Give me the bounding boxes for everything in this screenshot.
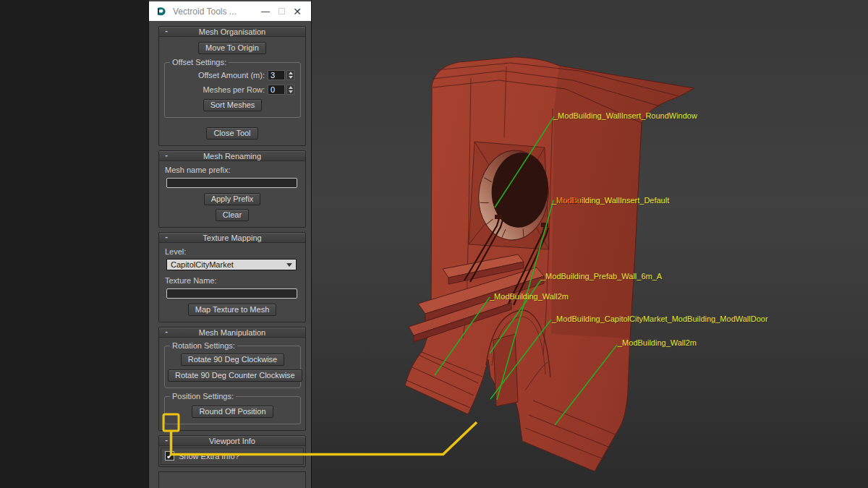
position-settings-label: Position Settings: xyxy=(170,392,236,401)
collapse-icon[interactable]: - xyxy=(162,234,171,241)
viewport-label-wall2m-upper: _ModBuilding_Wall2m xyxy=(490,292,569,301)
spinner-up-icon[interactable] xyxy=(289,86,293,89)
texture-name-input[interactable] xyxy=(166,288,297,299)
viewport-3d xyxy=(0,0,868,488)
offset-amount-field[interactable]: 3 xyxy=(268,70,285,80)
level-label: Level: xyxy=(165,247,305,256)
maximize-icon xyxy=(278,8,285,14)
app-icon xyxy=(156,6,167,17)
window-titlebar[interactable]: Vectroid Tools ... — ✕ xyxy=(149,1,311,21)
sort-meshes-button[interactable]: Sort Meshes xyxy=(203,99,263,111)
rollout-title: Texture Mapping xyxy=(203,234,261,242)
viewport-label-overlap-red: ModBu xyxy=(557,196,582,205)
minimize-button[interactable]: — xyxy=(258,7,273,17)
rollout-mesh-renaming: - Mesh Renaming Mesh name prefix: Apply … xyxy=(158,150,306,228)
rollout-header-texture-mapping[interactable]: - Texture Mapping xyxy=(159,233,305,243)
viewport-info-content: ✔ Show Extra Info? xyxy=(161,448,304,465)
show-extra-info-checkbox[interactable]: ✔ xyxy=(165,451,174,461)
rollout-texture-mapping: - Texture Mapping Level: CapitolCityMark… xyxy=(158,232,306,322)
collapse-icon[interactable]: - xyxy=(162,27,171,35)
rotate-90-clockwise-button[interactable]: Rotate 90 Deg Clockwise xyxy=(181,354,285,366)
apply-prefix-button[interactable]: Apply Prefix xyxy=(204,193,261,205)
offset-settings-label: Offset Settings: xyxy=(170,58,229,67)
window-title: Vectroid Tools ... xyxy=(173,7,258,17)
show-extra-info-label: Show Extra Info? xyxy=(179,452,239,461)
screen: _ModBuilding_WallInsert_RoundWindow _Mod… xyxy=(0,0,868,488)
mesh-name-prefix-input[interactable] xyxy=(166,178,297,188)
rollout-header-mesh-renaming[interactable]: - Mesh Renaming xyxy=(159,151,305,161)
empty-rollout-area xyxy=(158,471,306,488)
viewport-label-roundwindow: _ModBuilding_WallInsert_RoundWindow xyxy=(553,111,697,120)
rotate-90-counter-clockwise-button[interactable]: Rotate 90 Deg Counter Clockwise xyxy=(168,369,302,382)
texture-name-label: Texture Name: xyxy=(165,276,305,285)
rollout-viewport-info: - Viewport Info ✔ Show Extra Info? xyxy=(158,435,306,467)
rollout-header-mesh-manipulation[interactable]: - Mesh Manipulation xyxy=(159,328,305,338)
offset-amount-label: Offset Amount (m): xyxy=(198,71,265,80)
rotation-settings-label: Rotation Settings: xyxy=(170,341,237,350)
viewport-label-wall2m-lower: _ModBuilding_Wall2m xyxy=(618,338,697,347)
rotation-settings-group: Rotation Settings: Rotate 90 Deg Clockwi… xyxy=(164,346,301,388)
spinner-up-icon[interactable] xyxy=(289,72,293,74)
collapse-icon[interactable]: - xyxy=(162,152,171,160)
offset-amount-spinner[interactable] xyxy=(286,70,294,80)
spinner-down-icon[interactable] xyxy=(289,90,293,93)
viewport-label-prefab-wall: _ModBuilding_Prefab_Wall_6m_A xyxy=(541,272,662,281)
rod-hook xyxy=(495,215,502,219)
rollout-title: Mesh Organisation xyxy=(199,27,265,36)
meshes-per-row-field[interactable]: 0 xyxy=(268,85,285,95)
map-texture-to-mesh-button[interactable]: Map Texture to Mesh xyxy=(188,304,277,316)
rollout-header-mesh-organisation[interactable]: - Mesh Organisation xyxy=(159,27,305,37)
close-tool-button[interactable]: Close Tool xyxy=(206,127,258,140)
round-off-position-button[interactable]: Round Off Position xyxy=(192,406,273,418)
rollout-header-viewport-info[interactable]: - Viewport Info xyxy=(159,436,305,446)
level-dropdown-value: CapitolCityMarket xyxy=(171,260,234,269)
collapse-icon[interactable]: - xyxy=(162,437,171,445)
collapse-icon[interactable]: - xyxy=(162,328,171,336)
rollout-mesh-organisation: - Mesh Organisation Move To Origin Offse… xyxy=(158,26,306,146)
panel-body: - Mesh Organisation Move To Origin Offse… xyxy=(149,21,311,488)
spinner-down-icon[interactable] xyxy=(289,76,293,79)
meshes-per-row-label: Meshes per Row: xyxy=(203,85,265,94)
meshes-per-row-spinner[interactable] xyxy=(286,85,294,95)
vectroid-tools-window: Vectroid Tools ... — ✕ - Mesh Organisati… xyxy=(148,0,312,488)
rollout-title: Mesh Manipulation xyxy=(199,328,265,337)
level-dropdown[interactable]: CapitolCityMarket xyxy=(166,259,297,270)
chevron-down-icon xyxy=(286,263,292,267)
offset-settings-group: Offset Settings: Offset Amount (m): 3 Me… xyxy=(164,62,301,118)
position-settings-group: Position Settings: Round Off Position xyxy=(164,396,301,424)
viewport-label-modwalldoor: _ModBuilding_CapitolCityMarket_ModBuildi… xyxy=(552,314,768,323)
maximize-button[interactable] xyxy=(273,8,289,14)
rollout-mesh-manipulation: - Mesh Manipulation Rotation Settings: R… xyxy=(158,327,306,431)
close-button[interactable]: ✕ xyxy=(289,6,305,17)
move-to-origin-button[interactable]: Move To Origin xyxy=(198,42,266,54)
rollout-title: Mesh Renaming xyxy=(203,152,261,160)
rollout-title: Viewport Info xyxy=(209,437,255,445)
clear-button[interactable]: Clear xyxy=(216,209,249,221)
mesh-name-prefix-label: Mesh name prefix: xyxy=(165,166,305,174)
